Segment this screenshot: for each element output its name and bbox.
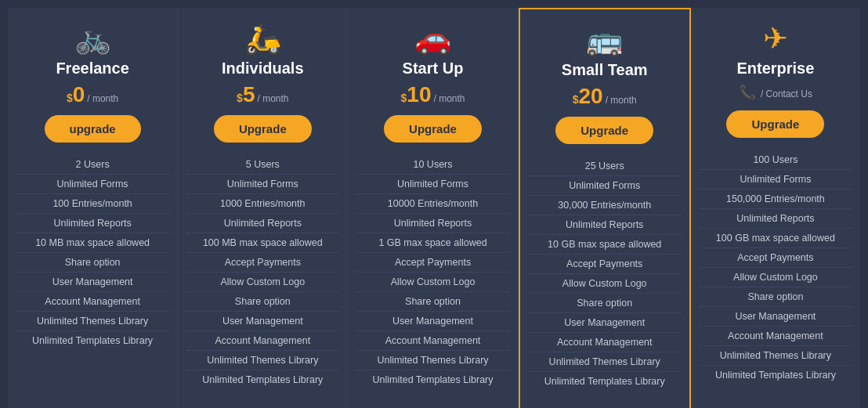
startup-feature-4: 1 GB max space allowed bbox=[356, 233, 509, 252]
enterprise-feature-5: Accept Payments bbox=[699, 247, 852, 267]
small-team-feature-3: Unlimited Reports bbox=[528, 215, 682, 234]
individuals-feature-9: Account Management bbox=[186, 330, 339, 350]
enterprise-name: Enterprise bbox=[736, 60, 814, 78]
small-team-features: 25 UsersUnlimited Forms30,000 Entries/mo… bbox=[528, 157, 682, 391]
freelance-name: Freelance bbox=[56, 60, 128, 78]
freelance-feature-7: Account Management bbox=[16, 291, 169, 311]
startup-feature-0: 10 Users bbox=[356, 155, 509, 174]
small-team-currency: $ bbox=[573, 94, 579, 105]
startup-feature-1: Unlimited Forms bbox=[356, 174, 509, 193]
individuals-feature-2: 1000 Entries/month bbox=[186, 193, 339, 213]
startup-feature-2: 10000 Entries/month bbox=[356, 193, 509, 213]
freelance-feature-4: 10 MB max space allowed bbox=[16, 233, 169, 252]
startup-period: / month bbox=[433, 93, 465, 104]
enterprise-upgrade-button[interactable]: Upgrade bbox=[726, 110, 824, 138]
freelance-feature-5: Share option bbox=[16, 252, 169, 272]
individuals-amount: 5 bbox=[243, 84, 255, 106]
startup-name: Start Up bbox=[403, 60, 464, 78]
freelance-feature-3: Unlimited Reports bbox=[16, 213, 169, 233]
individuals-feature-3: Unlimited Reports bbox=[186, 213, 339, 233]
enterprise-feature-10: Unlimited Themes Library bbox=[699, 345, 852, 365]
small-team-feature-4: 10 GB max space allowed bbox=[528, 234, 682, 254]
freelance-price: $0/ month bbox=[67, 84, 118, 106]
small-team-feature-6: Allow Custom Logo bbox=[528, 273, 682, 293]
freelance-feature-6: User Management bbox=[16, 272, 169, 291]
small-team-feature-10: Unlimited Themes Library bbox=[528, 352, 682, 371]
enterprise-feature-11: Unlimited Templates Library bbox=[699, 365, 852, 385]
individuals-feature-7: Share option bbox=[186, 291, 339, 311]
freelance-feature-9: Unlimited Templates Library bbox=[16, 330, 169, 350]
small-team-price: $20/ month bbox=[573, 85, 637, 107]
individuals-feature-1: Unlimited Forms bbox=[186, 174, 339, 193]
small-team-upgrade-button[interactable]: Upgrade bbox=[555, 117, 653, 144]
startup-feature-8: User Management bbox=[356, 311, 509, 330]
freelance-feature-8: Unlimited Themes Library bbox=[16, 311, 169, 330]
freelance-upgrade-button[interactable]: upgrade bbox=[45, 115, 141, 143]
enterprise-feature-7: Share option bbox=[699, 287, 852, 306]
individuals-period: / month bbox=[257, 93, 288, 104]
startup-feature-7: Share option bbox=[356, 291, 509, 311]
startup-upgrade-button[interactable]: Upgrade bbox=[384, 115, 482, 143]
individuals-feature-10: Unlimited Themes Library bbox=[186, 350, 339, 370]
individuals-features: 5 UsersUnlimited Forms1000 Entries/month… bbox=[186, 155, 339, 389]
freelance-period: / month bbox=[87, 93, 118, 104]
individuals-feature-6: Allow Custom Logo bbox=[186, 272, 339, 291]
enterprise-feature-6: Allow Custom Logo bbox=[699, 267, 852, 287]
individuals-feature-5: Accept Payments bbox=[186, 252, 339, 272]
freelance-features: 2 UsersUnlimited Forms100 Entries/monthU… bbox=[16, 155, 169, 350]
freelance-icon: 🚲 bbox=[74, 23, 111, 53]
plan-freelance: 🚲Freelance$0/ monthupgrade2 UsersUnlimit… bbox=[8, 8, 178, 408]
enterprise-feature-4: 100 GB max space allowed bbox=[699, 228, 852, 247]
small-team-icon: 🚌 bbox=[586, 25, 623, 55]
freelance-feature-0: 2 Users bbox=[16, 155, 169, 174]
small-team-feature-8: User Management bbox=[528, 312, 682, 332]
individuals-name: Individuals bbox=[222, 60, 303, 78]
small-team-period: / month bbox=[606, 95, 637, 106]
small-team-feature-9: Account Management bbox=[528, 332, 682, 352]
enterprise-period: / Contact Us bbox=[761, 88, 812, 99]
individuals-price: $5/ month bbox=[237, 84, 288, 106]
small-team-feature-2: 30,000 Entries/month bbox=[528, 195, 682, 215]
freelance-feature-1: Unlimited Forms bbox=[16, 174, 169, 193]
small-team-feature-1: Unlimited Forms bbox=[528, 175, 682, 195]
startup-feature-10: Unlimited Themes Library bbox=[356, 350, 509, 370]
enterprise-feature-8: User Management bbox=[699, 306, 852, 326]
individuals-currency: $ bbox=[237, 92, 243, 103]
startup-currency: $ bbox=[401, 92, 407, 103]
startup-feature-6: Allow Custom Logo bbox=[356, 272, 509, 291]
small-team-amount: 20 bbox=[579, 85, 603, 107]
small-team-feature-5: Accept Payments bbox=[528, 254, 682, 273]
individuals-feature-8: User Management bbox=[186, 311, 339, 330]
pricing-table: 🚲Freelance$0/ monthupgrade2 UsersUnlimit… bbox=[8, 8, 860, 408]
freelance-amount: 0 bbox=[73, 84, 85, 106]
individuals-feature-4: 100 MB max space allowed bbox=[186, 233, 339, 252]
plan-small-team: 🚌Small Team$20/ monthUpgrade25 UsersUnli… bbox=[519, 8, 691, 408]
small-team-feature-7: Share option bbox=[528, 293, 682, 312]
startup-feature-5: Accept Payments bbox=[356, 252, 509, 272]
plan-enterprise: ✈Enterprise📞/ Contact UsUpgrade100 Users… bbox=[691, 8, 860, 408]
enterprise-feature-1: Unlimited Forms bbox=[699, 169, 852, 189]
small-team-feature-0: 25 Users bbox=[528, 157, 682, 175]
individuals-upgrade-button[interactable]: Upgrade bbox=[214, 115, 312, 143]
enterprise-feature-2: 150,000 Entries/month bbox=[699, 189, 852, 208]
enterprise-icon: ✈ bbox=[763, 23, 788, 53]
startup-features: 10 UsersUnlimited Forms10000 Entries/mon… bbox=[356, 155, 509, 389]
enterprise-features: 100 UsersUnlimited Forms150,000 Entries/… bbox=[699, 150, 852, 385]
enterprise-feature-9: Account Management bbox=[699, 326, 852, 345]
freelance-currency: $ bbox=[67, 92, 73, 103]
individuals-feature-11: Unlimited Templates Library bbox=[186, 370, 339, 389]
plan-individuals: 🛵Individuals$5/ monthUpgrade5 UsersUnlim… bbox=[178, 8, 348, 408]
freelance-feature-2: 100 Entries/month bbox=[16, 193, 169, 213]
startup-feature-9: Account Management bbox=[356, 330, 509, 350]
startup-price: $10/ month bbox=[401, 84, 465, 106]
startup-icon: 🚗 bbox=[414, 23, 451, 53]
enterprise-feature-3: Unlimited Reports bbox=[699, 208, 852, 228]
small-team-feature-11: Unlimited Templates Library bbox=[528, 371, 682, 391]
phone-icon: 📞 bbox=[739, 84, 756, 101]
enterprise-price: 📞/ Contact Us bbox=[739, 84, 812, 101]
startup-feature-3: Unlimited Reports bbox=[356, 213, 509, 233]
enterprise-feature-0: 100 Users bbox=[699, 150, 852, 169]
plan-startup: 🚗Start Up$10/ monthUpgrade10 UsersUnlimi… bbox=[348, 8, 518, 408]
individuals-icon: 🛵 bbox=[244, 23, 281, 53]
small-team-name: Small Team bbox=[562, 61, 648, 79]
